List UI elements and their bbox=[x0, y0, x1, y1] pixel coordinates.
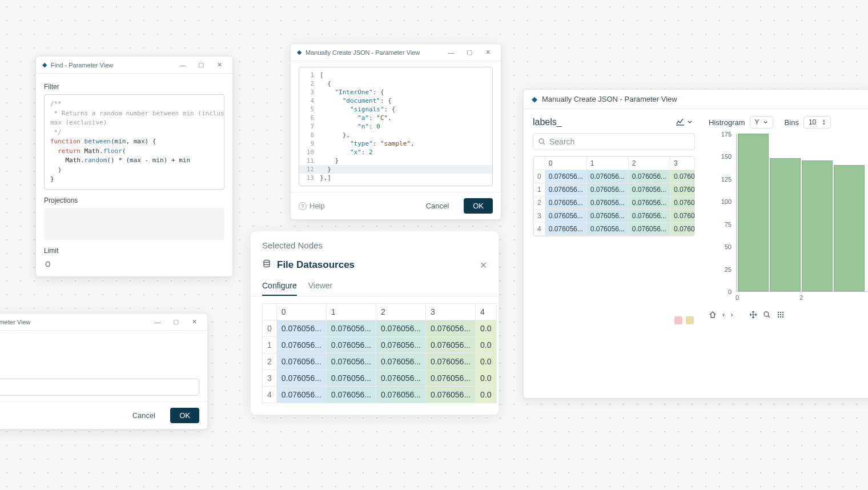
table-row[interactable]: 10.076056...0.076056...0.076056...0.0760… bbox=[263, 337, 497, 354]
chevron-down-icon bbox=[763, 120, 768, 125]
svg-point-11 bbox=[782, 316, 783, 317]
mini-table: 0 1 2 3 00.076056...0.076056...0.076056.… bbox=[533, 156, 695, 236]
labels-text: labels_ bbox=[533, 117, 673, 127]
section-name: File Datasources bbox=[277, 259, 474, 271]
svg-point-0 bbox=[264, 260, 270, 263]
svg-point-5 bbox=[782, 311, 783, 312]
svg-point-7 bbox=[779, 314, 781, 315]
window-title: ind - Parameter View bbox=[0, 319, 31, 326]
ok-button[interactable]: OK bbox=[170, 408, 199, 423]
close-icon[interactable]: ✕ bbox=[187, 316, 202, 328]
limit-label: Limit bbox=[44, 247, 224, 255]
bins-label: Bins bbox=[785, 118, 799, 127]
chart-toolbar: ‹ › bbox=[709, 310, 867, 319]
ok-button[interactable]: OK bbox=[464, 198, 493, 214]
help-link[interactable]: ?Help bbox=[299, 202, 325, 210]
table-row[interactable]: 20.076056...0.076056...0.076056...0.0760 bbox=[534, 196, 696, 210]
svg-point-8 bbox=[782, 314, 783, 315]
home-icon[interactable] bbox=[709, 311, 717, 319]
cancel-button[interactable]: Cancel bbox=[417, 198, 458, 214]
app-icon: ◆ bbox=[42, 62, 47, 68]
chart-type-button[interactable] bbox=[673, 116, 695, 128]
close-icon[interactable]: ✕ bbox=[480, 47, 495, 58]
cancel-button[interactable]: Cancel bbox=[123, 408, 164, 423]
selected-nodes-panel: Selected Nodes File Datasources ✕ Config… bbox=[250, 231, 499, 415]
titlebar[interactable]: ind - Parameter View — ▢ ✕ bbox=[0, 314, 207, 331]
minimize-icon[interactable]: — bbox=[150, 316, 165, 328]
rows-label: ws bbox=[0, 336, 199, 352]
svg-point-2 bbox=[764, 312, 769, 316]
arrow-left-icon[interactable]: ‹ bbox=[722, 310, 725, 319]
close-icon[interactable]: ✕ bbox=[480, 260, 487, 271]
svg-point-1 bbox=[539, 139, 544, 143]
svg-point-4 bbox=[779, 311, 781, 312]
table-row[interactable]: 10.076056...0.076056...0.076056...0.0760 bbox=[534, 183, 696, 196]
window-title: Manually Create JSON - Parameter View bbox=[542, 95, 677, 103]
limit-value[interactable]: O bbox=[44, 258, 224, 271]
titlebar[interactable]: ◆ Manually Create JSON - Parameter View … bbox=[291, 44, 501, 61]
tab-configure[interactable]: Configure bbox=[262, 278, 297, 296]
data-table: 0 1 2 3 4 00.076056...0.076056...0.07605… bbox=[262, 303, 497, 403]
projections-box[interactable] bbox=[44, 208, 224, 240]
minimize-icon[interactable]: — bbox=[444, 47, 459, 58]
right-panel: ◆ Manually Create JSON - Parameter View … bbox=[523, 89, 868, 399]
window-title: Manually Create JSON - Parameter View bbox=[306, 49, 420, 56]
chevron-down-icon bbox=[687, 119, 693, 125]
tabs: Configure Viewer bbox=[251, 274, 499, 296]
filter-label: Filter bbox=[44, 83, 224, 91]
legend-swatch bbox=[686, 316, 694, 324]
table-row[interactable]: 30.076056...0.076056...0.076056...0.0760 bbox=[534, 210, 696, 223]
table-row[interactable]: 30.076056...0.076056...0.076056...0.0760… bbox=[263, 370, 497, 387]
maximize-icon[interactable]: ▢ bbox=[168, 316, 183, 328]
svg-point-6 bbox=[777, 314, 778, 315]
table-row[interactable]: 00.076056...0.076056...0.076056...0.0760… bbox=[263, 320, 497, 337]
minimize-icon[interactable]: — bbox=[175, 59, 190, 71]
svg-point-9 bbox=[777, 316, 778, 317]
table-row[interactable]: 20.076056...0.076056...0.076056...0.0760… bbox=[263, 354, 497, 370]
bins-stepper[interactable]: 10▲▼ bbox=[803, 116, 831, 128]
app-icon: ◆ bbox=[532, 95, 537, 103]
tab-viewer[interactable]: Viewer bbox=[308, 278, 333, 296]
table-row[interactable]: 00.076056...0.076056...0.076056...0.0760 bbox=[534, 170, 696, 183]
columns-input[interactable] bbox=[0, 379, 199, 396]
svg-point-3 bbox=[777, 311, 778, 312]
zoom-icon[interactable] bbox=[763, 311, 771, 319]
search-icon bbox=[538, 138, 546, 146]
panel-title: Selected Nodes bbox=[251, 231, 499, 256]
legend-swatches bbox=[533, 316, 695, 324]
grid-icon[interactable] bbox=[777, 311, 785, 319]
titlebar[interactable]: ◆ Find - Parameter View — ▢ ✕ bbox=[36, 57, 232, 74]
maximize-icon[interactable]: ▢ bbox=[194, 59, 208, 71]
app-icon: ◆ bbox=[296, 50, 302, 55]
search-input[interactable]: Search bbox=[533, 133, 695, 150]
help-icon: ? bbox=[299, 202, 307, 210]
json-editor[interactable]: 1[ 2 { 3 "InterOne": { 4 "document": { 5… bbox=[299, 67, 493, 186]
table-row[interactable]: 40.076056...0.076056...0.076056...0.0760… bbox=[263, 387, 497, 403]
columns-label: umns bbox=[0, 363, 199, 379]
json-window: ◆ Manually Create JSON - Parameter View … bbox=[290, 43, 501, 220]
window-title: Find - Parameter View bbox=[51, 62, 113, 69]
projections-label: Projections bbox=[44, 196, 224, 204]
axis-select[interactable]: Y bbox=[750, 116, 773, 128]
arrow-right-icon[interactable]: › bbox=[730, 310, 733, 319]
titlebar[interactable]: ◆ Manually Create JSON - Parameter View bbox=[524, 90, 868, 109]
maximize-icon[interactable]: ▢ bbox=[462, 47, 477, 58]
table-row[interactable]: 40.076056...0.076056...0.076056...0.0760 bbox=[534, 223, 696, 236]
filter-code-editor[interactable]: /** * Returns a random number between mi… bbox=[44, 94, 224, 190]
histogram-chart: 1751501251007550250 02 bbox=[714, 134, 867, 306]
close-icon[interactable]: ✕ bbox=[212, 59, 227, 71]
move-icon[interactable] bbox=[749, 311, 757, 319]
crop-window: ind - Parameter View — ▢ ✕ ws umns Help … bbox=[0, 313, 208, 429]
legend-swatch bbox=[674, 316, 682, 324]
database-icon bbox=[262, 259, 271, 271]
svg-point-10 bbox=[779, 316, 781, 317]
find-window: ◆ Find - Parameter View — ▢ ✕ Filter /**… bbox=[35, 56, 233, 277]
histogram-label: Histrogram bbox=[709, 118, 745, 127]
line-chart-icon bbox=[676, 118, 685, 126]
